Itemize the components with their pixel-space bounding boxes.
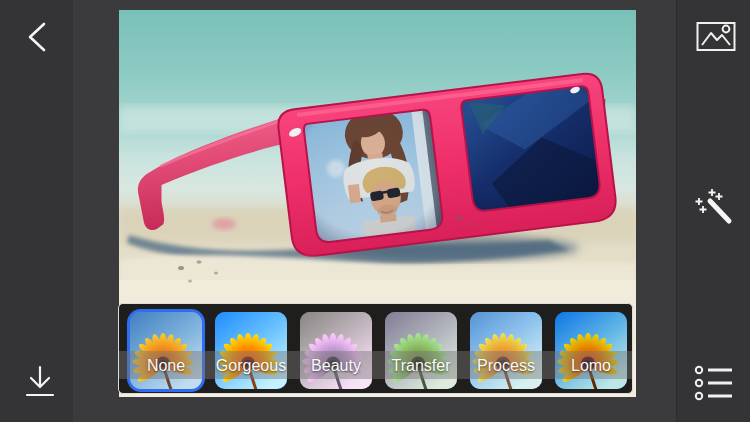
flower-thumbnail <box>130 312 202 389</box>
flower-thumbnail <box>470 312 542 389</box>
photo-editor-window: None Gorgeous Beauty Transfer Process Lo… <box>0 0 750 422</box>
frames-button[interactable] <box>691 360 737 406</box>
effects-button[interactable] <box>692 184 738 234</box>
list-icon <box>694 364 734 402</box>
filter-thumb-beauty[interactable] <box>300 312 372 389</box>
back-button[interactable] <box>16 16 58 58</box>
magic-wand-icon <box>695 187 735 231</box>
filter-thumb-process[interactable] <box>470 312 542 389</box>
filter-thumb-transfer[interactable] <box>385 312 457 389</box>
filter-thumb-lomo[interactable] <box>555 312 627 389</box>
filter-thumb-none[interactable] <box>130 312 202 389</box>
gallery-button[interactable] <box>694 16 738 56</box>
flower-thumbnail <box>300 312 372 389</box>
filter-thumb-gorgeous[interactable] <box>215 312 287 389</box>
flower-thumbnail <box>555 312 627 389</box>
right-toolbar <box>676 0 750 422</box>
download-icon <box>25 364 55 400</box>
flower-thumbnail <box>215 312 287 389</box>
left-toolbar <box>0 0 73 422</box>
filter-strip: None Gorgeous Beauty Transfer Process Lo… <box>118 303 633 394</box>
left-lens-couple-photo <box>302 102 444 246</box>
flower-thumbnail <box>385 312 457 389</box>
chevron-left-icon <box>24 21 50 53</box>
photo-icon <box>696 20 736 52</box>
save-button[interactable] <box>18 360 62 404</box>
